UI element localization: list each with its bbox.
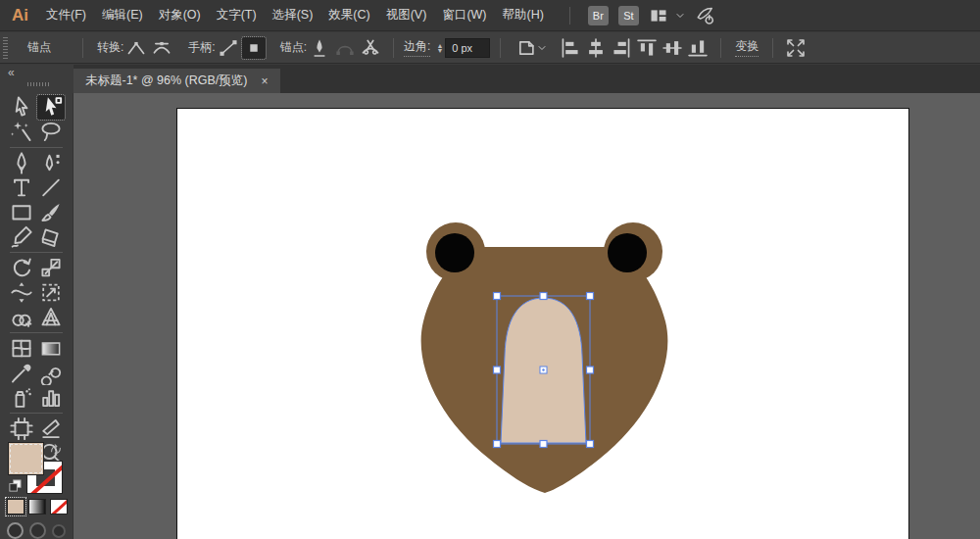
menu-right: Br St [569,6,715,25]
align-bottom-button[interactable] [686,37,710,59]
convert-smooth-button[interactable] [150,37,173,59]
document-tab[interactable]: 未标题-1* @ 96% (RGB/预览) × [74,69,280,93]
menu-item-select[interactable]: 选择(S) [272,7,314,24]
blend-tool-button[interactable] [37,361,65,385]
separator [393,38,394,58]
drawing-modes-row [7,522,66,539]
fill-swatch[interactable] [8,442,44,475]
chevron-down-icon[interactable] [536,42,548,54]
convert-group-label: 转换: [97,39,123,56]
gpu-performance-icon[interactable] [696,6,715,25]
bear-right-ear-inner[interactable] [608,233,647,272]
hide-handles-button[interactable] [242,37,266,59]
direct-selection-tool-button[interactable] [37,95,65,120]
brushes-badge[interactable]: Br [588,6,609,25]
bear-artwork [176,108,909,539]
free-transform-expand-button[interactable] [784,37,808,59]
pen-tool-button[interactable] [8,151,35,175]
corner-stepper[interactable]: ▲▼ [436,43,443,53]
corner-value-field[interactable]: 0 px [445,38,490,58]
control-bar-grip[interactable] [3,37,8,59]
rotate-tool-button[interactable] [8,256,35,280]
toolbar-panel-header: « [0,65,74,93]
menu-item-file[interactable]: 文件(F) [46,7,86,24]
draw-normal-button[interactable] [7,522,24,539]
paintbrush-tool-button[interactable] [37,200,65,224]
document-tab-title: 未标题-1* @ 96% (RGB/预览) [85,73,248,89]
gradient-tool-button[interactable] [37,336,65,361]
free-transform-tool-button[interactable] [37,280,65,305]
menu-items: 文件(F)编辑(E)对象(O)文字(T)选择(S)效果(C)视图(V)窗口(W)… [46,7,544,24]
anchor-panel-label: 锚点 [27,39,51,56]
menu-item-edit[interactable]: 编辑(E) [102,7,143,24]
cut-path-button[interactable] [359,37,382,59]
menu-item-object[interactable]: 对象(O) [159,7,201,24]
draw-behind-button[interactable] [29,522,46,539]
magic-wand-tool-button[interactable] [8,120,35,144]
type-tool-button[interactable] [8,175,35,200]
show-handles-button[interactable] [217,37,240,59]
ai-logo: Ai [12,6,28,25]
transform-link[interactable]: 变换 [735,38,759,57]
stepper-down-icon[interactable]: ▼ [436,48,443,53]
swap-fill-stroke-icon[interactable] [49,443,63,457]
eyedropper-tool-button[interactable] [8,361,35,385]
close-tab-icon[interactable]: × [262,74,269,88]
none-button[interactable] [50,499,68,514]
menu-item-type[interactable]: 文字(T) [217,7,257,24]
illustrator-window: Ai 文件(F)编辑(E)对象(O)文字(T)选择(S)效果(C)视图(V)窗口… [0,0,980,539]
shaper-tool-button[interactable] [8,224,35,249]
gradient-button[interactable] [28,499,46,514]
selection-tool-button[interactable] [8,95,35,120]
color-button[interactable] [7,499,24,514]
align-h-center-button[interactable] [584,37,608,59]
curvature-tool-button[interactable] [37,151,65,175]
align-right-button[interactable] [610,37,633,59]
column-graph-tool-button[interactable] [37,385,65,410]
corner-label[interactable]: 边角: [404,38,430,57]
convert-corner-button[interactable] [124,37,148,59]
canvas-area[interactable] [74,93,980,539]
separator [500,38,501,58]
anchors-group-label: 锚点: [280,39,307,56]
tab-strip: 未标题-1* @ 96% (RGB/预览) × [74,65,980,93]
workspace-switcher-icon[interactable] [649,6,668,25]
scale-tool-button[interactable] [37,256,65,280]
lasso-tool-button[interactable] [37,120,65,144]
menu-bar: Ai 文件(F)编辑(E)对象(O)文字(T)选择(S)效果(C)视图(V)窗口… [0,0,980,31]
tool-separator [10,252,63,253]
symbol-sprayer-tool-button[interactable] [8,385,35,410]
draw-inside-button[interactable] [52,524,66,538]
separator [720,38,721,58]
tool-separator [10,332,63,333]
chevron-down-icon[interactable] [674,10,686,22]
menu-item-help[interactable]: 帮助(H) [503,7,544,24]
align-top-button[interactable] [635,37,659,59]
default-fill-stroke-icon[interactable] [8,478,23,493]
separator [772,38,773,58]
perspective-grid-tool-button[interactable] [37,305,65,329]
menu-item-effect[interactable]: 效果(C) [328,7,369,24]
menu-item-view[interactable]: 视图(V) [386,7,427,24]
width-tool-button[interactable] [8,280,35,305]
collapse-panel-button[interactable]: « [8,66,15,79]
toolbar-grip[interactable] [27,82,49,86]
rectangle-tool-button[interactable] [8,200,35,224]
align-left-button[interactable] [559,37,582,59]
mesh-tool-button[interactable] [8,336,35,361]
menu-item-window[interactable]: 窗口(W) [442,7,486,24]
eraser-tool-button[interactable] [37,224,65,249]
shape-builder-tool-button[interactable] [8,305,35,329]
separator [82,38,83,58]
delete-anchor-button[interactable] [308,37,331,59]
connect-endpoints-button [333,37,357,59]
handles-group-label: 手柄: [188,39,215,56]
line-segment-tool-button[interactable] [37,175,65,200]
graphic-styles-badge[interactable]: St [618,6,639,25]
paint-style-row [7,499,68,514]
tool-separator [10,147,63,148]
align-v-middle-button[interactable] [661,37,684,59]
bear-left-ear-inner[interactable] [435,233,474,272]
tools-panel [0,93,74,539]
fill-stroke-area [0,438,74,539]
